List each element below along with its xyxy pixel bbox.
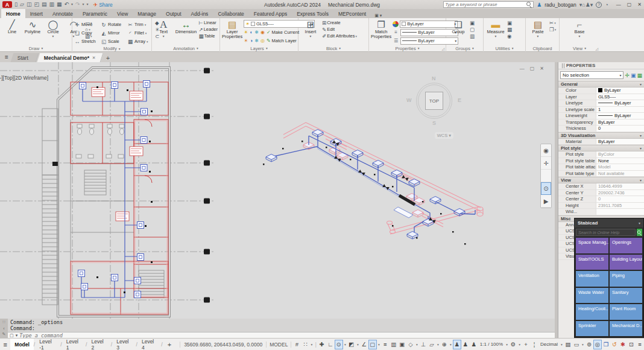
user-avatar-icon[interactable]: ♟	[537, 2, 541, 8]
section-header-view[interactable]: View▾	[558, 177, 644, 183]
annotation-scale-icon[interactable]: ♟	[470, 340, 478, 349]
linear-icon[interactable]: ⊢Linear	[199, 20, 218, 26]
osnap-caret-icon[interactable]: ▾	[377, 340, 381, 349]
viewcube[interactable]: N S W E TOP	[410, 77, 458, 125]
property-row[interactable]: Thickness0	[558, 126, 644, 132]
close-icon[interactable]: ✕	[637, 2, 642, 7]
dynamic-ucs-icon[interactable]: ⊥	[419, 340, 428, 349]
grid-icon[interactable]: #	[292, 340, 301, 349]
section-header-general[interactable]: General▾	[558, 81, 644, 88]
property-row[interactable]: Center Y209002.7436	[558, 190, 644, 197]
help-search-box[interactable]	[443, 1, 534, 8]
floating-window-icon[interactable]: ⊡	[627, 340, 636, 349]
match-properties-button[interactable]: ❐ Match Properties	[371, 19, 391, 39]
scale-caret-icon[interactable]: ▾	[505, 340, 509, 349]
groups-panel-label[interactable]: Groups▾	[446, 45, 483, 52]
rotate[interactable]: ↻ Rotate	[101, 21, 127, 28]
create-block-icon[interactable]: ⊞Create	[322, 20, 357, 26]
heating-cooli-[interactable]: Heating/Cooli...	[576, 304, 608, 320]
ventilation[interactable]: Ventilation	[576, 271, 608, 287]
layer-thaw-icon[interactable]: ❄	[254, 38, 259, 43]
drawing-canvas[interactable]: [-][Top][2D Wireframe] —▢✕ N S W E TOP W…	[0, 62, 555, 319]
selection-cycling-icon[interactable]: ▣	[398, 340, 406, 349]
add-ins[interactable]: Add-ins	[186, 9, 213, 18]
customize-icon[interactable]: ≡	[636, 340, 644, 349]
leader-icon[interactable]: ↗Leader	[199, 27, 218, 33]
snap-mode-icon[interactable]: ∷	[301, 340, 309, 349]
line[interactable]: ╱ Line	[2, 19, 22, 38]
layout-menu-icon[interactable]: ≡	[0, 341, 10, 348]
stabicad-search-button[interactable]	[637, 229, 642, 236]
units-value[interactable]: Decimal	[538, 340, 560, 349]
level-4[interactable]: Level 4	[137, 339, 161, 350]
toggle-pickadd-icon[interactable]: ✛	[625, 72, 630, 78]
property-row[interactable]: Center Z0	[558, 196, 644, 203]
move[interactable]: ✛ Move	[74, 21, 101, 28]
polar-tracking-icon[interactable]: ⊙	[335, 340, 343, 349]
group-manager-icon[interactable]: ▥	[470, 33, 475, 39]
object-snap-icon[interactable]: ▢	[368, 340, 377, 349]
property-row[interactable]: Center X10646.4999	[558, 183, 644, 190]
viewcube-north[interactable]: N	[432, 75, 436, 81]
annotation-panel-label[interactable]: Annotation▾	[152, 45, 219, 52]
hardware-accel-icon[interactable]: ❒	[602, 340, 610, 349]
gizmo-icon[interactable]: ⊕	[440, 340, 449, 349]
view-panel-label[interactable]: View▾◿	[560, 45, 599, 52]
polyline[interactable]: ∿ Polyline	[22, 19, 43, 38]
viewcube-east[interactable]: E	[458, 97, 461, 103]
pan-icon[interactable]: ✛	[541, 157, 551, 170]
mechanical-demo-[interactable]: Mechanical Demo* ✕	[37, 53, 104, 62]
feedback-icon[interactable]: ◔	[605, 2, 608, 8]
app-logo-icon[interactable]: A	[2, 1, 12, 8]
property-row[interactable]: LinetypeByLayer	[558, 100, 644, 107]
viewport-close-icon[interactable]: ✕	[540, 66, 544, 71]
3d-osnap-caret-icon[interactable]: ▾	[415, 340, 419, 349]
stabitools[interactable]: StabiTOOLS	[576, 255, 608, 270]
lineweight-icon[interactable]: ≡	[381, 340, 390, 349]
match-layer-icon[interactable]: ✎	[267, 38, 271, 43]
edit-attributes-icon[interactable]: ✐Edit Attributes▾	[322, 33, 357, 39]
monitor-icon[interactable]: ▭	[572, 340, 581, 349]
copy-clip-icon[interactable]: ❐▾	[549, 27, 556, 33]
plot-icon[interactable]: ▤	[42, 1, 47, 8]
viewcube-south[interactable]: S	[432, 120, 436, 126]
share-button[interactable]: ✈ Share	[93, 2, 113, 8]
ortho-icon[interactable]: ∟	[326, 340, 335, 349]
command-history[interactable]: Command: _options Command:	[8, 319, 555, 332]
viewport-restore-icon[interactable]: ▢	[530, 66, 535, 71]
print-icon[interactable]: ▦	[57, 1, 62, 8]
selection-dropdown[interactable]: No selection▾	[560, 71, 623, 79]
level-2[interactable]: Level 2	[87, 339, 110, 350]
redo-caret-icon[interactable]: ▾	[83, 1, 84, 8]
group-button[interactable]: ❏ Group	[448, 19, 469, 34]
model-space-toggle[interactable]: MODEL	[266, 342, 291, 348]
redo-icon[interactable]: ↷	[75, 1, 80, 8]
manage[interactable]: Manage	[133, 9, 161, 18]
quick-select-icon[interactable]: ▣	[507, 20, 512, 26]
osnap-tracking-icon[interactable]: ∠	[360, 340, 368, 349]
cut-icon[interactable]: ✂▾	[549, 20, 556, 26]
annotation-add-icon[interactable]: +	[522, 340, 530, 349]
clean-screen-icon[interactable]: ◎	[593, 340, 602, 349]
layer-on-icon[interactable]: ☀	[244, 38, 248, 43]
steering-wheel-icon[interactable]: ◉	[541, 144, 551, 157]
sprinkler[interactable]: Sprinkler	[576, 321, 608, 337]
space-manag-[interactable]: Space Manag...	[576, 238, 608, 253]
property-row[interactable]: Linetype scale1	[558, 107, 644, 113]
make-current-button[interactable]: Make Current	[272, 30, 299, 35]
circle[interactable]: ◯ Circle ▾	[43, 19, 63, 38]
text-button[interactable]: A Text ▾	[154, 19, 173, 38]
autoscale-icon[interactable]: ♟	[461, 340, 470, 349]
gizmo-caret-icon[interactable]: ▾	[449, 340, 453, 349]
help-search-input[interactable]	[445, 2, 526, 7]
property-row[interactable]: Plot table attac...Model	[558, 164, 644, 171]
cmd-customize-icon[interactable]: ✎	[2, 332, 6, 337]
viewcube-top-face[interactable]: TOP	[425, 92, 443, 110]
sanitary[interactable]: Sanitary	[610, 288, 642, 304]
annotation-visibility-icon[interactable]: ♟	[453, 340, 461, 349]
units-caret-icon[interactable]: ▾	[560, 340, 564, 349]
piping[interactable]: Piping	[610, 271, 642, 287]
polar-caret-icon[interactable]: ▾	[343, 340, 347, 349]
ungroup-icon[interactable]: ▣	[470, 20, 475, 26]
insert[interactable]: Insert	[25, 9, 48, 18]
